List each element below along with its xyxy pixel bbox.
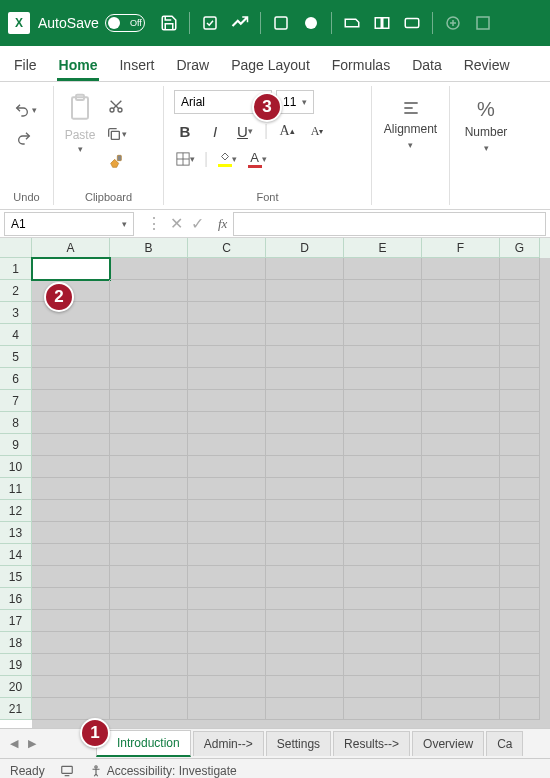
fill-color-button[interactable]: ▾: [216, 148, 238, 170]
cell[interactable]: [422, 368, 500, 390]
cell[interactable]: [32, 346, 110, 368]
sheet-tab-admin[interactable]: Admin-->: [193, 731, 264, 756]
qat-icon-4[interactable]: [301, 13, 321, 33]
cell[interactable]: [32, 478, 110, 500]
cell[interactable]: [266, 258, 344, 280]
cell[interactable]: [32, 500, 110, 522]
cell[interactable]: [500, 610, 540, 632]
cell[interactable]: [110, 500, 188, 522]
row-header[interactable]: 16: [0, 588, 32, 610]
cell[interactable]: [344, 610, 422, 632]
cell[interactable]: [188, 390, 266, 412]
row-header[interactable]: 8: [0, 412, 32, 434]
cell[interactable]: [500, 346, 540, 368]
cell[interactable]: [188, 346, 266, 368]
enter-icon[interactable]: ✓: [191, 214, 204, 233]
cell[interactable]: [32, 544, 110, 566]
cell[interactable]: [266, 654, 344, 676]
cell[interactable]: [188, 324, 266, 346]
cell[interactable]: [110, 258, 188, 280]
cell[interactable]: [500, 566, 540, 588]
cell[interactable]: [500, 698, 540, 720]
cell[interactable]: [500, 258, 540, 280]
cell[interactable]: [32, 522, 110, 544]
cell[interactable]: [344, 478, 422, 500]
cell[interactable]: [344, 324, 422, 346]
cell[interactable]: [110, 478, 188, 500]
cell[interactable]: [188, 280, 266, 302]
number-button[interactable]: % Number ▾: [460, 90, 512, 153]
bold-button[interactable]: B: [174, 120, 196, 142]
cancel-icon[interactable]: ✕: [170, 214, 183, 233]
qat-icon-7[interactable]: [402, 13, 422, 33]
cell[interactable]: [110, 412, 188, 434]
row-header[interactable]: 3: [0, 302, 32, 324]
cell[interactable]: [188, 258, 266, 280]
cell[interactable]: [188, 368, 266, 390]
row-header[interactable]: 6: [0, 368, 32, 390]
cell[interactable]: [188, 544, 266, 566]
underline-button[interactable]: U▾: [234, 120, 256, 142]
vertical-dots-icon[interactable]: ⋮: [146, 214, 162, 233]
cell[interactable]: [110, 654, 188, 676]
cell[interactable]: [266, 434, 344, 456]
row-header[interactable]: 5: [0, 346, 32, 368]
cell[interactable]: [422, 566, 500, 588]
cell[interactable]: [422, 324, 500, 346]
cell[interactable]: [422, 544, 500, 566]
borders-button[interactable]: ▾: [174, 148, 196, 170]
cell[interactable]: [266, 302, 344, 324]
cell[interactable]: [266, 368, 344, 390]
save-icon[interactable]: [159, 13, 179, 33]
cell[interactable]: [344, 390, 422, 412]
sheet-tab-introduction[interactable]: Introduction: [96, 730, 191, 757]
sheet-nav-prev[interactable]: ◀: [6, 737, 22, 750]
cell[interactable]: [110, 368, 188, 390]
cell[interactable]: [188, 434, 266, 456]
cell[interactable]: [188, 676, 266, 698]
cell[interactable]: [344, 588, 422, 610]
qat-icon-9[interactable]: [473, 13, 493, 33]
cell[interactable]: [266, 280, 344, 302]
cell[interactable]: [266, 346, 344, 368]
cell[interactable]: [422, 676, 500, 698]
cell[interactable]: [266, 478, 344, 500]
tab-draw[interactable]: Draw: [174, 49, 211, 81]
cut-button[interactable]: [102, 94, 130, 118]
accessibility-status[interactable]: Accessibility: Investigate: [89, 764, 237, 778]
cell[interactable]: [110, 544, 188, 566]
cell[interactable]: [32, 676, 110, 698]
qat-icon-8[interactable]: [443, 13, 463, 33]
row-header[interactable]: 13: [0, 522, 32, 544]
col-header[interactable]: D: [266, 238, 344, 258]
cell[interactable]: [344, 346, 422, 368]
cell[interactable]: [500, 654, 540, 676]
row-header[interactable]: 9: [0, 434, 32, 456]
undo-button[interactable]: ▾: [10, 98, 38, 122]
row-header[interactable]: 7: [0, 390, 32, 412]
row-header[interactable]: 15: [0, 566, 32, 588]
cell[interactable]: [266, 522, 344, 544]
cell[interactable]: [422, 588, 500, 610]
col-header[interactable]: E: [344, 238, 422, 258]
formula-input[interactable]: [233, 212, 546, 236]
cell[interactable]: [344, 412, 422, 434]
cell[interactable]: [188, 610, 266, 632]
cell[interactable]: [32, 566, 110, 588]
row-header[interactable]: 19: [0, 654, 32, 676]
qat-icon-2[interactable]: [230, 13, 250, 33]
name-box[interactable]: A1▾: [4, 212, 134, 236]
row-header[interactable]: 12: [0, 500, 32, 522]
font-color-button[interactable]: A▾: [246, 148, 268, 170]
cell[interactable]: [32, 456, 110, 478]
sheet-tab-settings[interactable]: Settings: [266, 731, 331, 756]
col-header[interactable]: B: [110, 238, 188, 258]
cell[interactable]: [32, 434, 110, 456]
cell[interactable]: [266, 500, 344, 522]
cell[interactable]: [344, 456, 422, 478]
cell[interactable]: [344, 544, 422, 566]
cell[interactable]: [188, 632, 266, 654]
tab-page-layout[interactable]: Page Layout: [229, 49, 312, 81]
cell[interactable]: [500, 478, 540, 500]
cell[interactable]: [500, 302, 540, 324]
